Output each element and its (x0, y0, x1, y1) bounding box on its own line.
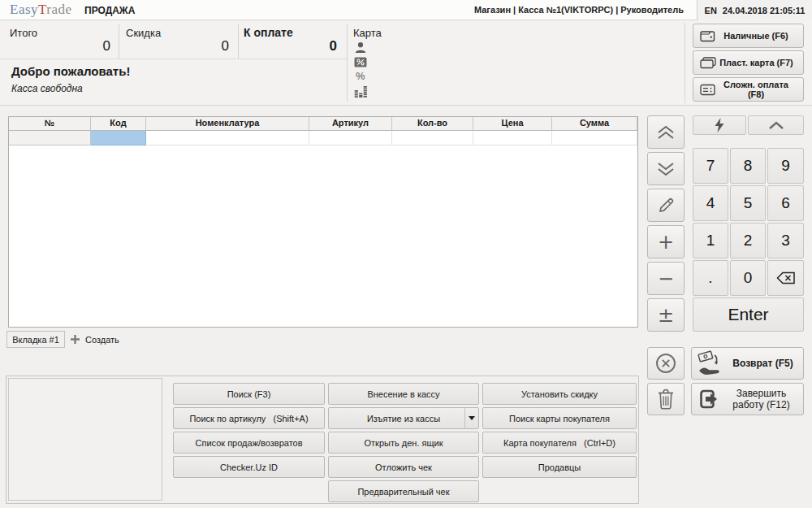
due-value: 0 (240, 38, 337, 54)
table-cell[interactable] (392, 131, 473, 145)
cancel-receipt-button[interactable] (647, 347, 685, 380)
delete-row-button[interactable] (647, 383, 685, 415)
app-logo: EasyTrade (10, 2, 72, 18)
plus-minus-button[interactable]: ± (647, 298, 685, 332)
preview-receipt-button[interactable]: Предварительный чек (328, 480, 479, 502)
collapse-numpad-button[interactable] (748, 115, 804, 135)
search-customer-card-button[interactable]: Поиск карты покупателя (482, 407, 637, 429)
cash-payment-button[interactable]: Наличные (F6) (693, 24, 804, 48)
cash-in-button[interactable]: Внесение в кассу (328, 383, 479, 405)
double-chevron-down-icon (655, 161, 676, 177)
numpad-key-2[interactable]: 2 (730, 223, 766, 258)
welcome-message: Добро пожаловать! (11, 64, 130, 78)
divider (685, 23, 685, 103)
numpad-key-dot[interactable]: . (693, 260, 728, 296)
numpad-key-0[interactable]: 0 (730, 260, 766, 296)
numpad-key-3[interactable]: 3 (767, 223, 804, 258)
create-tab-button[interactable]: Создать (70, 331, 119, 348)
exit-icon (697, 387, 721, 411)
total-label: Итого (10, 27, 37, 39)
numpad-key-6[interactable]: 6 (767, 185, 804, 221)
numpad-key-9[interactable]: 9 (767, 148, 804, 184)
top-bar: EasyTrade ПРОДАЖА Магазин | Касса №1(VIK… (0, 0, 812, 20)
percent-icon: % (354, 71, 365, 82)
checker-id-button[interactable]: Checker.Uz ID (173, 456, 325, 478)
finish-work-button[interactable]: Завершить работу (F12) (691, 383, 804, 415)
numpad-key-7[interactable]: 7 (693, 148, 728, 184)
table-cell[interactable] (473, 131, 552, 145)
return-button[interactable]: Возврат (F5) (691, 347, 804, 380)
caret-down-icon (469, 416, 475, 420)
finish-work-label: Завершить работу (F12) (724, 388, 798, 410)
tab-receipt-1[interactable]: Вкладка #1 (6, 331, 65, 348)
search-by-article-button[interactable]: Поиск по артикулу (Shift+A) (173, 407, 325, 429)
cash-out-dropdown-button[interactable]: Изъятие из кассы (328, 407, 479, 429)
column-header-price[interactable]: Цена (473, 117, 552, 131)
chevron-up-icon (767, 120, 785, 130)
dropdown-arrow[interactable] (464, 408, 478, 428)
numpad-backspace-key[interactable] (767, 260, 804, 296)
cancel-circle-icon (654, 351, 678, 376)
table-cell[interactable] (309, 131, 392, 145)
complex-payment-label: Сложн. оплата (F8) (715, 80, 797, 99)
clock-panel: EN 24.04.2018 21:05:11 (697, 0, 812, 20)
pencil-icon (656, 196, 676, 215)
cashbox-status: Касса свободна (11, 83, 83, 94)
table-header-row: № Код Номенклатура Артикул Кол-во Цена С… (9, 117, 637, 131)
percent-badge-icon (354, 57, 367, 67)
column-header-article[interactable]: Артикул (309, 117, 392, 131)
card-status-icons: % (354, 41, 368, 98)
datetime-display: 24.04.2018 21:05:11 (723, 6, 806, 15)
column-header-quantity[interactable]: Кол-во (392, 117, 473, 131)
quick-action-button[interactable] (693, 115, 746, 135)
session-context: Магазин | Касса №1(VIKTORPC) | Руководит… (474, 5, 684, 15)
plus-icon: + (658, 232, 674, 252)
edit-row-button[interactable] (647, 189, 685, 222)
card-label: Карта (353, 27, 382, 39)
sales-table: № Код Номенклатура Артикул Кол-во Цена С… (8, 116, 638, 328)
divider (347, 24, 348, 102)
decrease-quantity-button[interactable]: − (647, 262, 685, 295)
table-cell[interactable] (552, 131, 637, 145)
divider (238, 24, 239, 59)
person-icon (354, 41, 367, 54)
coins-icon (354, 85, 368, 98)
set-discount-button[interactable]: Установить скидку (482, 383, 637, 405)
divider (119, 24, 119, 59)
row-header-cell[interactable] (9, 131, 91, 145)
credit-card-icon (700, 57, 716, 69)
column-header-code[interactable]: Код (91, 117, 146, 131)
numpad-key-8[interactable]: 8 (730, 148, 766, 184)
numpad-key-5[interactable]: 5 (730, 185, 766, 221)
increase-quantity-button[interactable]: + (647, 225, 685, 258)
hold-receipt-button[interactable]: Отложить чек (328, 456, 479, 478)
return-label: Возврат (F5) (728, 358, 798, 369)
column-header-nomenclature[interactable]: Номенклатура (146, 117, 309, 131)
column-header-sum[interactable]: Сумма (552, 117, 637, 131)
search-button[interactable]: Поиск (F3) (173, 383, 325, 405)
complex-payment-button[interactable]: Сложн. оплата (F8) (693, 77, 804, 102)
selected-cell[interactable] (91, 131, 146, 145)
info-box (8, 378, 162, 501)
plus-minus-icon: ± (658, 306, 674, 325)
page-title: ПРОДАЖА (84, 5, 135, 16)
customer-card-button[interactable]: Карта покупателя (Ctrl+D) (482, 432, 637, 454)
card-payment-button[interactable]: Пласт. карта (F7) (693, 50, 804, 75)
column-header-number[interactable]: № (9, 117, 91, 131)
summary-band: Итого 0 Скидка 0 К оплате 0 Карта % (0, 20, 812, 106)
numpad-enter-key[interactable]: Enter (693, 297, 804, 332)
discount-label: Скидка (126, 27, 161, 39)
open-cash-drawer-button[interactable]: Открыть ден. ящик (328, 432, 479, 454)
numpad-key-4[interactable]: 4 (693, 185, 728, 221)
discount-value: 0 (122, 38, 229, 54)
numpad-key-1[interactable]: 1 (693, 223, 728, 258)
table-cell[interactable] (146, 131, 309, 145)
language-indicator[interactable]: EN (705, 6, 717, 15)
minus-icon: − (658, 269, 674, 289)
backspace-icon (775, 271, 797, 285)
move-row-down-button[interactable] (647, 152, 685, 185)
split-payment-icon (700, 84, 715, 96)
sellers-button[interactable]: Продавцы (482, 456, 637, 478)
sales-returns-list-button[interactable]: Список продаж/возвратов (173, 432, 325, 454)
move-row-up-button[interactable] (647, 115, 685, 149)
